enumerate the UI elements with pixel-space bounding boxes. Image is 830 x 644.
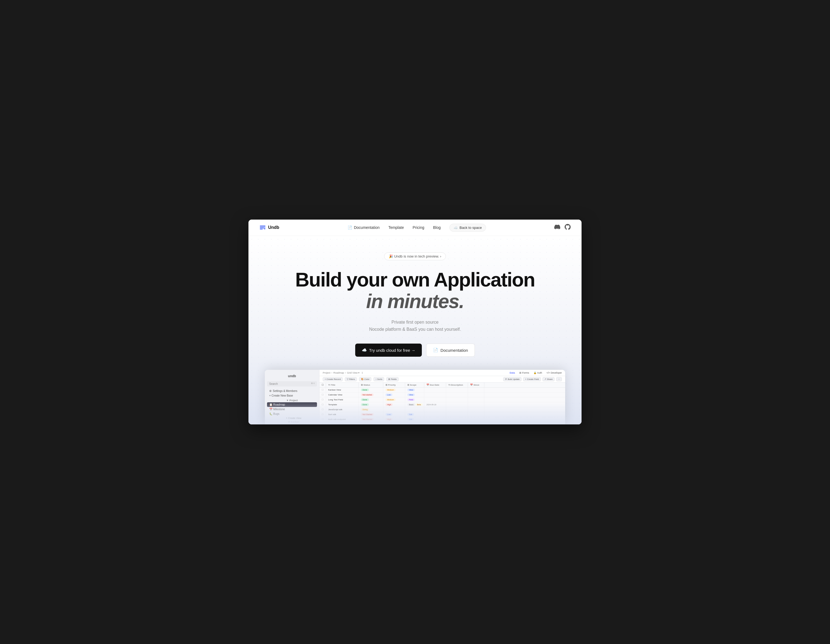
- table-row: ☐ JavaScript sdk Doing: [320, 407, 565, 412]
- sidebar-item-roadmap[interactable]: 📋 Roadmap: [267, 402, 317, 407]
- th-checkbox: ☐: [320, 382, 326, 387]
- app-sidebar: undb Search ⌘ K ⚙ Settings & Members + C…: [265, 370, 320, 424]
- sidebar-item-bugs[interactable]: 🐛 Bugs: [267, 412, 317, 416]
- sidebar-section-pm: 📦 ProjectManagement: [267, 424, 317, 424]
- sidebar-search[interactable]: Search ⌘ K: [267, 381, 317, 387]
- documentation-link[interactable]: 📄 Documentation: [348, 225, 380, 230]
- th-due-date: 📅 Due Date: [424, 382, 446, 387]
- sidebar-create-base[interactable]: + Create New Base: [267, 393, 317, 398]
- github-icon[interactable]: [565, 224, 571, 231]
- browser-window: Undb 📄 Documentation Template Pricing Bl…: [249, 220, 581, 425]
- app-toolbar: + Create Record ▽ Filters 🎨 Color ↕ Sort…: [320, 376, 565, 382]
- hero-subtitle: Private first open source Nocode platfor…: [259, 319, 571, 333]
- tab-developer[interactable]: </> Developer: [546, 371, 562, 374]
- doc-icon: 📄: [348, 225, 352, 230]
- cloud-icon: ☁️: [453, 225, 458, 230]
- cloud-button-icon: ☁️: [362, 348, 367, 352]
- blog-link[interactable]: Blog: [433, 225, 441, 230]
- sidebar-section-project: ▼ Project: [267, 398, 317, 402]
- tab-data[interactable]: Data: [510, 371, 515, 374]
- pricing-link[interactable]: Pricing: [413, 225, 424, 230]
- navbar: Undb 📄 Documentation Template Pricing Bl…: [249, 220, 581, 236]
- hero-buttons: ☁️ Try undb cloud for free → 📄 Documenta…: [259, 344, 571, 357]
- sorts-button[interactable]: ↕ Sorts: [374, 377, 384, 381]
- hero-title: Build your own Application in minutes.: [259, 269, 571, 312]
- table-row: ☐ Long Text Field Done Medium Field: [320, 397, 565, 402]
- brand-name: Undb: [268, 225, 279, 230]
- tech-preview-badge[interactable]: 🎉 Undb is now in tech preview. ›: [384, 252, 446, 260]
- brand-logo[interactable]: Undb: [259, 224, 279, 231]
- app-topbar: Project›Roadmap›Grid View ▾ ℹ Data ⊞ For…: [320, 370, 565, 376]
- sidebar-sub-kanban[interactable]: ⊞ Kanban: [267, 420, 317, 424]
- documentation-button[interactable]: 📄 Documentation: [426, 344, 475, 357]
- undb-logo-icon: [259, 224, 266, 231]
- app-table: ☐ Tt Title ⊞ Status ⊞ Priority ⊞ Scope 📅…: [320, 382, 565, 424]
- app-main: Project›Roadmap›Grid View ▾ ℹ Data ⊞ For…: [320, 370, 565, 424]
- back-to-space-button[interactable]: ☁️ Back to space: [450, 224, 486, 232]
- try-cloud-button[interactable]: ☁️ Try undb cloud for free →: [355, 344, 422, 357]
- th-since: 📅 Since: [468, 382, 484, 387]
- tab-auth[interactable]: 🔒 Auth: [534, 371, 542, 374]
- filters-button[interactable]: ▽ Filters: [345, 377, 357, 381]
- sidebar-item-milestone[interactable]: 📅 Milestone: [267, 407, 317, 412]
- color-button[interactable]: 🎨 Color: [359, 377, 371, 381]
- discord-icon[interactable]: [554, 224, 560, 231]
- toolbar-right: ⟳ Bulk Update + Create Field ↗ Share ···: [503, 377, 562, 381]
- navbar-icons: [554, 224, 571, 231]
- toolbar-left: + Create Record ▽ Filters 🎨 Color ↕ Sort…: [323, 377, 399, 381]
- table-row: ☐ Kanban View Done Medium View: [320, 387, 565, 392]
- th-status: ⊞ Status: [359, 382, 383, 387]
- create-record-button[interactable]: + Create Record: [323, 377, 343, 381]
- table-header: ☐ Tt Title ⊞ Status ⊞ Priority ⊞ Scope 📅…: [320, 382, 565, 387]
- table-row: ☐ Sort sdk Not Started Low Sdk: [320, 412, 565, 417]
- navbar-links: 📄 Documentation Template Pricing Blog ☁️…: [348, 224, 486, 232]
- create-field-button[interactable]: + Create Field: [523, 377, 540, 381]
- breadcrumb: Project›Roadmap›Grid View ▾ ℹ: [323, 371, 363, 374]
- sidebar-sub-create-view[interactable]: + Create View: [267, 416, 317, 420]
- table-row: ☐ Calendar View Not started Low View: [320, 392, 565, 397]
- hero-section: 🎉 Undb is now in tech preview. › Build y…: [249, 236, 581, 425]
- template-link[interactable]: Template: [388, 225, 404, 230]
- sidebar-settings[interactable]: ⚙ Settings & Members: [267, 389, 317, 393]
- table-row: ☐ Update field type Not Started High Fie…: [320, 422, 565, 424]
- th-description: Tt Description: [446, 382, 468, 387]
- sidebar-brand: undb: [267, 373, 317, 379]
- tab-forms[interactable]: ⊞ Forms: [519, 371, 529, 374]
- doc-button-icon: 📄: [433, 348, 438, 352]
- app-tabs: Data ⊞ Forms 🔒 Auth </> Developer: [510, 371, 562, 374]
- svg-point-1: [264, 228, 265, 229]
- bulk-update-button[interactable]: ⟳ Bulk Update: [503, 377, 521, 381]
- th-title: Tt Title: [326, 382, 359, 387]
- more-options-button[interactable]: ···: [556, 377, 562, 381]
- app-screenshot: undb Search ⌘ K ⚙ Settings & Members + C…: [265, 370, 565, 424]
- table-row: ☐ Template Done High Basic Beta 2024-09-…: [320, 402, 565, 407]
- th-scope: ⊞ Scope: [405, 382, 424, 387]
- fields-button[interactable]: ⊞ Fields: [386, 377, 399, 381]
- share-button[interactable]: ↗ Share: [543, 377, 555, 381]
- table-row: ☐ Auth sdk endpoint Not Started High Sdk: [320, 417, 565, 422]
- th-priority: ⊞ Priority: [383, 382, 405, 387]
